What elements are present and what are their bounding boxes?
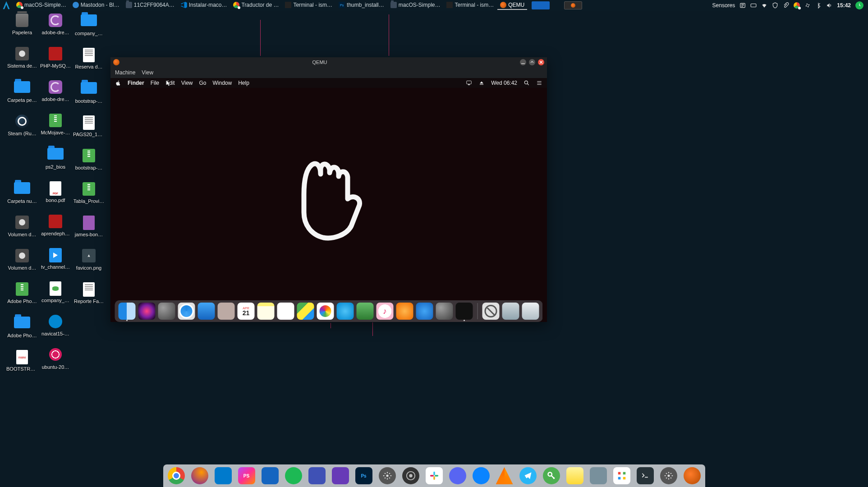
desktop-icon[interactable]: aprendeph… xyxy=(39,215,72,247)
mac-menu-help[interactable]: Help xyxy=(238,80,249,86)
dock-firefox[interactable] xyxy=(191,467,208,484)
taskbar-item-mastodon[interactable]: Mastodon - Bl… xyxy=(70,1,122,10)
window-close-button[interactable] xyxy=(538,59,544,65)
wifi-icon[interactable] xyxy=(761,2,767,9)
dock-qemu[interactable] xyxy=(684,467,701,484)
workspace-indicator[interactable] xyxy=(532,1,550,9)
taskbar-item-translator[interactable]: Traductor de … xyxy=(230,1,281,10)
notification-center-icon[interactable] xyxy=(536,80,542,86)
dock-audio[interactable] xyxy=(308,467,326,484)
qemu-menu-machine[interactable]: Machine xyxy=(115,69,135,76)
qemu-menu-view[interactable]: View xyxy=(142,69,153,76)
dock-telegram[interactable] xyxy=(519,467,537,484)
dock-notes[interactable] xyxy=(257,303,275,320)
dock-chrome[interactable] xyxy=(168,467,185,484)
dock-phpstorm[interactable]: PS xyxy=(238,467,255,484)
dock-virtualbox[interactable] xyxy=(262,467,279,484)
taskbar-item-macos-simple-1[interactable]: macOS-Simple… xyxy=(14,1,69,10)
arch-logo-icon[interactable] xyxy=(2,1,11,10)
desktop-icon[interactable]: PHP-MySQ… xyxy=(39,47,72,79)
mac-menu-go[interactable]: Go xyxy=(199,80,207,86)
volume-icon[interactable] xyxy=(826,2,832,9)
dock-spotify[interactable] xyxy=(285,467,302,484)
desktop-icon[interactable]: makeBOOTSTRA… xyxy=(5,350,39,382)
dock-contacts[interactable] xyxy=(218,303,235,320)
session-icon[interactable] xyxy=(855,1,863,9)
desktop-icon[interactable]: ps2_bios xyxy=(39,148,72,180)
dock-blocked-app[interactable] xyxy=(482,303,500,320)
dock-preferences[interactable] xyxy=(436,303,453,320)
dock-notes[interactable] xyxy=(566,467,583,484)
taskbar-item-terminal-1[interactable]: Terminal - ism… xyxy=(282,1,335,10)
desktop-icon[interactable]: james-bon… xyxy=(72,216,106,248)
mac-menu-window[interactable]: Window xyxy=(213,80,232,86)
mac-menu-file[interactable]: File xyxy=(151,80,159,86)
dock-books[interactable] xyxy=(396,303,413,320)
mac-clock[interactable]: Wed 06:42 xyxy=(491,80,517,86)
dock-files[interactable] xyxy=(590,467,607,484)
desktop-icon[interactable]: Papelera xyxy=(5,14,39,46)
spotlight-icon[interactable] xyxy=(524,80,530,86)
desktop-icon[interactable]: Reporte Fa… xyxy=(72,282,106,315)
taskbar-item-qemu[interactable]: QEMU xyxy=(497,1,527,10)
airplay-icon[interactable] xyxy=(466,80,472,86)
window-maximize-button[interactable] xyxy=(529,59,535,65)
taskbar-item-macos-simple-2[interactable]: macOS-Simple… xyxy=(388,1,443,10)
qemu-titlebar[interactable]: QEMU xyxy=(110,57,547,67)
dock-slack[interactable] xyxy=(426,467,443,484)
dock-obs[interactable] xyxy=(402,467,419,484)
desktop-icon[interactable]: adobe-dre… xyxy=(39,14,72,46)
dock-music[interactable]: ♪ xyxy=(377,303,394,320)
dock-vscode[interactable] xyxy=(215,467,232,484)
dock-terminal[interactable] xyxy=(637,467,654,484)
desktop-icon[interactable]: Afavicon.png xyxy=(72,249,106,281)
desktop-icon[interactable]: bootstrap-… xyxy=(72,149,106,181)
desktop-icon[interactable]: tv_channel… xyxy=(39,248,72,280)
desktop-icon[interactable]: bootstrap-… xyxy=(72,82,106,115)
dock-calendar[interactable]: APR21 xyxy=(238,303,255,320)
workspace-thumb[interactable] xyxy=(564,1,582,9)
dock-messages[interactable] xyxy=(337,303,354,320)
taskbar-item-folder-hash[interactable]: 11C2FF9064A… xyxy=(123,1,177,10)
slack-tray-icon[interactable] xyxy=(804,2,811,9)
shield-icon[interactable] xyxy=(772,2,778,9)
tray-clock[interactable]: 15:42 xyxy=(837,2,851,9)
apple-logo-icon[interactable] xyxy=(115,80,121,86)
desktop-icon[interactable]: company_… xyxy=(72,14,106,47)
dock-app-grid[interactable] xyxy=(613,467,630,484)
dock-media-player[interactable] xyxy=(332,467,349,484)
dock-photoshop[interactable]: Ps xyxy=(355,467,372,484)
dock-safari[interactable] xyxy=(178,303,195,320)
eject-icon[interactable] xyxy=(478,80,485,86)
dock-finder[interactable] xyxy=(119,303,136,320)
dock-keepass[interactable] xyxy=(543,467,560,484)
dock-appstore[interactable] xyxy=(416,303,433,320)
dock-siri[interactable] xyxy=(138,303,156,320)
desktop-icon[interactable]: adobe-dre… xyxy=(39,80,72,113)
taskbar-item-vscode[interactable]: Instalar-maco… xyxy=(178,1,230,10)
bluetooth-icon[interactable] xyxy=(815,2,822,9)
desktop-icon[interactable]: Adobe Pho… xyxy=(5,282,39,315)
desktop-icon[interactable]: Adobe Pho… xyxy=(5,317,39,349)
window-minimize-button[interactable] xyxy=(520,59,526,65)
dock-discord[interactable] xyxy=(449,467,466,484)
desktop-icon[interactable]: navicat15-… xyxy=(39,315,72,347)
sensors-icon[interactable] xyxy=(739,2,746,9)
dock-photos[interactable] xyxy=(317,303,334,320)
dock-vlc[interactable] xyxy=(496,467,513,484)
mac-menu-view[interactable]: View xyxy=(181,80,193,86)
desktop-icon[interactable]: company_… xyxy=(39,281,72,314)
desktop-icon[interactable]: PAGS20_1_… xyxy=(72,115,106,148)
desktop-icon[interactable]: bono.pdf xyxy=(39,181,72,214)
dock-settings-gear[interactable] xyxy=(379,467,396,484)
dock-trash[interactable] xyxy=(522,303,539,320)
desktop-icon[interactable]: McMojave-… xyxy=(39,114,72,146)
desktop-icon[interactable]: Reserva d… xyxy=(72,48,106,80)
chrome-tray-icon[interactable] xyxy=(794,2,800,9)
dock-facetime[interactable] xyxy=(357,303,374,320)
keyboard-icon[interactable] xyxy=(750,2,757,9)
dock-settings[interactable] xyxy=(660,467,677,484)
desktop-icon[interactable]: Tabla_Provi… xyxy=(72,182,106,215)
dock-thunderbird[interactable] xyxy=(473,467,490,484)
desktop-icon[interactable]: Volumen d… xyxy=(5,249,39,281)
